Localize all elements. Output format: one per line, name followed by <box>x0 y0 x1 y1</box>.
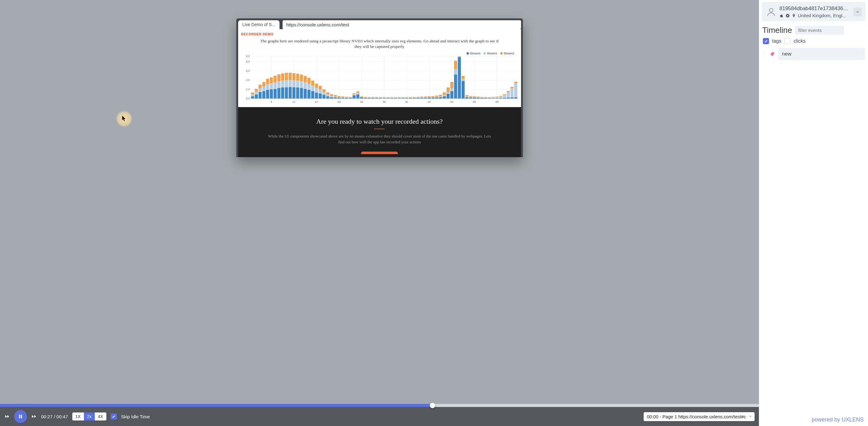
legend-stream1[interactable]: Stream1 <box>483 52 497 55</box>
tags-label: tags <box>772 38 781 44</box>
legend-stream2[interactable]: Stream2 <box>500 52 514 55</box>
page-select[interactable]: 00:00 - Page 1 https://console.uxlens.co… <box>644 412 754 421</box>
svg-rect-67 <box>292 87 295 99</box>
svg-rect-170 <box>420 97 423 98</box>
chrome-icon <box>785 13 790 18</box>
svg-rect-200 <box>458 57 461 57</box>
svg-rect-105 <box>337 96 341 97</box>
svg-rect-76 <box>304 89 307 99</box>
user-info: 819584dbab4817e17384364... United Kingdo… <box>779 5 850 18</box>
svg-rect-38 <box>255 92 258 94</box>
speed-4x-button[interactable]: 4X <box>95 413 106 421</box>
svg-rect-95 <box>326 94 329 96</box>
skip-idle-checkbox[interactable] <box>111 414 117 420</box>
svg-rect-99 <box>330 94 333 96</box>
legend-label-s2: Stream2 <box>503 52 514 55</box>
timeline-title: Timeline <box>762 26 792 35</box>
svg-rect-234 <box>499 96 502 97</box>
svg-rect-71 <box>296 81 299 88</box>
svg-rect-40 <box>258 92 261 98</box>
browser-chrome: Live Demo of S... https://console.uxlens… <box>238 20 521 29</box>
svg-rect-227 <box>492 97 495 98</box>
browser-tab[interactable]: Live Demo of S... <box>238 20 280 29</box>
timeline-item[interactable]: ···· new <box>759 46 868 62</box>
clicks-label: clicks <box>794 38 805 44</box>
chart-container[interactable]: Stream0 Stream1 Stream2 0.02.04.06.08.09… <box>238 52 521 107</box>
svg-rect-240 <box>507 91 510 92</box>
svg-rect-158 <box>405 97 408 98</box>
cta-underline <box>374 129 385 129</box>
powered-by[interactable]: powered by UXLENS <box>759 414 868 426</box>
svg-rect-66 <box>288 73 291 80</box>
svg-rect-97 <box>330 97 333 99</box>
timeline-header: Timeline <box>759 26 868 35</box>
svg-rect-98 <box>330 96 333 97</box>
svg-rect-224 <box>488 97 491 98</box>
url-bar[interactable]: https://console.uxlens.com/test <box>283 20 521 29</box>
svg-rect-48 <box>266 79 269 84</box>
tags-checkbox[interactable] <box>763 38 769 44</box>
svg-rect-116 <box>352 94 355 95</box>
svg-rect-198 <box>454 61 457 69</box>
speed-1x-button[interactable]: 1X <box>72 413 84 421</box>
speed-2x-button[interactable]: 2x <box>84 413 95 421</box>
skip-back-icon <box>4 414 10 419</box>
svg-text:4.0: 4.0 <box>246 79 250 82</box>
legend-stream0[interactable]: Stream0 <box>466 52 480 55</box>
svg-rect-44 <box>262 87 265 91</box>
svg-rect-149 <box>394 97 397 98</box>
chart-legend[interactable]: Stream0 Stream1 Stream2 <box>466 52 514 55</box>
svg-rect-191 <box>446 92 449 94</box>
skip-forward-button[interactable] <box>31 414 37 419</box>
svg-rect-82 <box>311 91 314 98</box>
expand-user-button[interactable] <box>853 8 862 16</box>
clicks-checkbox[interactable] <box>784 38 790 44</box>
player-pane: Live Demo of S... https://console.uxlens… <box>0 0 759 426</box>
svg-text:9.2: 9.2 <box>246 55 250 58</box>
svg-rect-115 <box>352 95 355 99</box>
recorder-demo-label: RECORDER DEMO <box>238 29 521 37</box>
svg-rect-53 <box>273 83 276 89</box>
svg-rect-132 <box>371 97 374 98</box>
skip-back-button[interactable] <box>4 414 10 419</box>
svg-text:2.0: 2.0 <box>246 88 250 91</box>
progress-track[interactable] <box>0 404 759 407</box>
svg-rect-239 <box>507 92 510 97</box>
svg-text:6.0: 6.0 <box>246 69 250 73</box>
svg-rect-243 <box>510 87 514 88</box>
filter-events-input[interactable] <box>795 26 844 35</box>
svg-rect-119 <box>356 93 359 94</box>
chevron-down-icon <box>748 414 752 419</box>
location-icon <box>792 13 796 18</box>
svg-rect-92 <box>322 92 326 95</box>
svg-rect-196 <box>454 75 457 98</box>
legend-swatch-s1 <box>483 52 486 55</box>
svg-rect-75 <box>300 75 303 81</box>
svg-rect-90 <box>318 86 321 90</box>
svg-rect-212 <box>473 97 476 98</box>
svg-rect-45 <box>262 82 265 87</box>
play-pause-button[interactable] <box>14 410 27 423</box>
svg-rect-131 <box>371 97 374 98</box>
svg-rect-108 <box>341 97 344 97</box>
svg-rect-54 <box>273 76 276 83</box>
svg-rect-206 <box>465 96 468 97</box>
svg-rect-107 <box>341 97 344 98</box>
svg-rect-58 <box>281 87 284 98</box>
cta-panel: Are you ready to watch your recorded act… <box>238 107 521 157</box>
time-total: 00:47 <box>56 414 68 419</box>
svg-rect-197 <box>454 69 457 75</box>
svg-rect-110 <box>345 97 348 98</box>
user-card[interactable]: 819584dbab4817e17384364... United Kingdo… <box>762 2 866 21</box>
svg-rect-242 <box>510 88 514 97</box>
svg-rect-249 <box>21 415 22 418</box>
svg-text:11: 11 <box>292 101 295 104</box>
svg-rect-180 <box>431 96 434 97</box>
svg-rect-204 <box>461 76 464 79</box>
cta-button[interactable] <box>361 152 398 154</box>
stacked-bar-chart[interactable]: 0.02.04.06.08.09.2511172329354147535965 <box>242 52 520 104</box>
svg-rect-194 <box>450 88 453 91</box>
graph-caption: The graphs here are rendered using a jav… <box>238 37 521 52</box>
svg-rect-62 <box>285 80 288 87</box>
progress-knob[interactable] <box>430 403 435 408</box>
